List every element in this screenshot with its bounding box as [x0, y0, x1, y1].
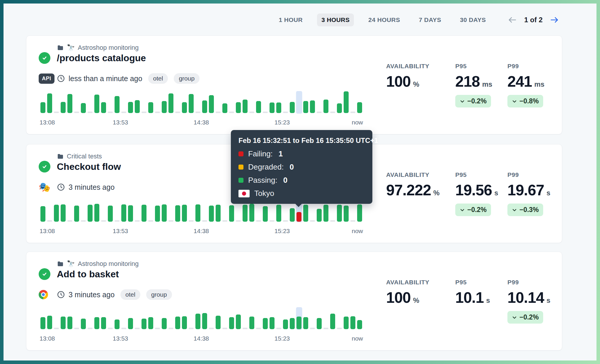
chevron-down-icon — [512, 99, 517, 104]
chevron-down-icon — [512, 207, 517, 213]
api-check-badge: API — [39, 74, 54, 84]
group-name: Critical tests — [67, 153, 102, 160]
check-card-add-to-basket[interactable]: 🔭 Astroshop monitoring Add to basket 3 m… — [26, 252, 562, 351]
status-bar-chart[interactable] — [40, 307, 363, 329]
folder-icon — [57, 153, 64, 160]
arrow-left-icon[interactable] — [508, 16, 517, 23]
p99-delta-badge: −0.2% — [507, 311, 543, 324]
page-indicator: 1 of 2 — [524, 16, 543, 24]
p95-delta-badge: −0.2% — [455, 204, 491, 216]
p99-delta-badge: −0.8% — [507, 95, 543, 107]
check-title[interactable]: /products catalogue — [57, 52, 146, 64]
tooltip-row-location: Tokyo — [238, 189, 365, 198]
chevron-down-icon — [512, 315, 517, 320]
chevron-down-icon — [460, 207, 465, 213]
chart-hover-tooltip: Feb 16 15:32:51 to Feb 16 15:35:50 UTC+1… — [231, 130, 372, 204]
check-title[interactable]: Checkout flow — [57, 161, 121, 172]
passing-swatch-icon — [238, 178, 243, 183]
dashboard-page: 1 HOUR 3 HOURS 24 HOURS 7 DAYS 30 DAYS 1… — [4, 4, 596, 360]
time-range-toolbar: 1 HOUR 3 HOURS 24 HOURS 7 DAYS 30 DAYS 1… — [274, 13, 559, 26]
last-run-time: 3 minutes ago — [69, 290, 115, 299]
tooltip-row-failing: Failing: 1 — [238, 149, 365, 158]
status-bar-chart[interactable] — [40, 91, 363, 113]
group-breadcrumb[interactable]: 🔭 Astroshop monitoring — [57, 260, 139, 268]
check-meta-row: 🎭 3 minutes ago — [39, 181, 115, 194]
p99-stat: P99 10.14s −0.2% — [507, 279, 550, 324]
p99-stat: P99 19.67s −0.3% — [507, 171, 550, 216]
passing-status-icon — [39, 52, 50, 64]
p95-stat: P95 10.1s — [455, 279, 490, 306]
folder-icon — [57, 260, 64, 267]
check-title[interactable]: Add to basket — [57, 268, 119, 280]
telescope-emoji-icon: 🔭 — [67, 44, 75, 52]
tooltip-time-range: Feb 16 15:32:51 to Feb 16 15:35:50 UTC+1 — [238, 136, 365, 145]
p95-delta-badge: −0.2% — [455, 95, 491, 107]
tab-1-hour[interactable]: 1 HOUR — [274, 13, 307, 26]
check-meta-row: API less than a minute ago otel group — [39, 72, 200, 85]
last-run-time: less than a minute ago — [69, 74, 142, 83]
degraded-swatch-icon — [238, 165, 243, 170]
time-axis: 13:0813:5314:3815:23now — [40, 228, 363, 235]
clock-icon — [57, 290, 65, 299]
tooltip-row-passing: Passing: 0 — [238, 176, 365, 185]
tab-30-days[interactable]: 30 DAYS — [456, 13, 490, 26]
check-card-products-catalogue[interactable]: 🔭 Astroshop monitoring /products catalog… — [26, 35, 562, 134]
failing-swatch-icon — [238, 151, 243, 156]
tag-group[interactable]: group — [174, 73, 200, 84]
pagination: 1 of 2 — [508, 16, 559, 24]
telescope-emoji-icon: 🔭 — [67, 260, 75, 268]
tag-group[interactable]: group — [146, 289, 172, 300]
last-run-time: 3 minutes ago — [69, 183, 115, 192]
japan-flag-icon — [238, 190, 250, 197]
folder-icon — [57, 44, 64, 51]
p99-stat: P99 241ms −0.8% — [507, 63, 544, 107]
tab-3-hours[interactable]: 3 HOURS — [317, 13, 354, 26]
group-breadcrumb[interactable]: Critical tests — [57, 153, 102, 160]
tab-7-days[interactable]: 7 DAYS — [415, 13, 446, 26]
group-name: Astroshop monitoring — [78, 260, 139, 268]
chrome-browser-icon — [39, 290, 48, 299]
gradient-frame: 1 HOUR 3 HOURS 24 HOURS 7 DAYS 30 DAYS 1… — [0, 0, 600, 364]
tooltip-row-degraded: Degraded: 0 — [238, 163, 365, 172]
group-breadcrumb[interactable]: 🔭 Astroshop monitoring — [57, 44, 139, 52]
availability-stat: AVAILABILITY 100% — [386, 63, 429, 90]
tag-otel[interactable]: otel — [120, 289, 140, 300]
p99-delta-badge: −0.3% — [507, 204, 543, 216]
p95-stat: P95 19.56s −0.2% — [455, 171, 498, 216]
tab-24-hours[interactable]: 24 HOURS — [364, 13, 404, 26]
p95-stat: P95 218ms −0.2% — [455, 63, 492, 107]
arrow-right-icon[interactable] — [550, 16, 559, 23]
passing-status-icon — [39, 268, 50, 280]
time-axis: 13:0813:5314:3815:23now — [40, 335, 363, 343]
tag-otel[interactable]: otel — [148, 73, 168, 84]
time-axis: 13:0813:5314:3815:23now — [40, 119, 363, 127]
passing-status-icon — [39, 161, 50, 172]
playwright-masks-icon: 🎭 — [39, 182, 50, 192]
clock-icon — [57, 74, 65, 83]
availability-stat: AVAILABILITY 100% — [386, 279, 429, 306]
availability-stat: AVAILABILITY 97.222% — [386, 171, 439, 199]
group-name: Astroshop monitoring — [78, 44, 139, 52]
clock-icon — [57, 183, 65, 191]
check-meta-row: 3 minutes ago otel group — [39, 288, 172, 301]
chevron-down-icon — [460, 99, 465, 104]
